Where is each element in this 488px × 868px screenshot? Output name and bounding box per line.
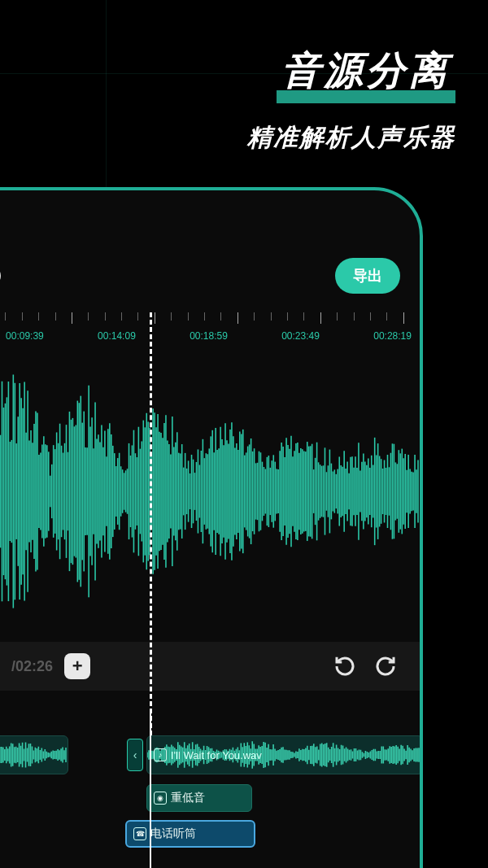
hero-subtitle: 精准解析人声乐器 (247, 121, 455, 155)
ruler-labels: 00:04:69 00:09:39 00:14:09 00:18:59 00:2… (0, 330, 420, 342)
export-button[interactable]: 导出 (335, 258, 400, 294)
playhead[interactable] (150, 312, 152, 735)
device-frame: 导出 00:04:69 00:09:39 00:14:09 00:18:59 0… (0, 187, 423, 868)
undo-button[interactable] (330, 652, 359, 681)
time-label: 00:18:59 (190, 330, 228, 342)
tracks-panel: ‹ ♪I'll Wait.wav ♪I'll Wait for You.wav … (0, 711, 420, 868)
ruler-ticks (0, 312, 420, 324)
phone-icon: ☎ (133, 827, 146, 840)
effect-clip-telephone[interactable]: ☎电话听筒 (125, 820, 255, 848)
speaker-icon: ◉ (154, 792, 167, 805)
effect-clip-bass[interactable]: ◉重低音 (146, 784, 252, 812)
time-label: 00:23:49 (281, 330, 320, 342)
hero-title: 音源分离 (277, 45, 455, 100)
zoom-in-button[interactable]: + (64, 653, 90, 679)
clip-label: ◉重低音 (154, 791, 205, 805)
music-file-icon: ♪ (154, 748, 167, 761)
audio-clip-right[interactable]: ♪I'll Wait for You.wav (146, 735, 423, 774)
time-label: 00:09:39 (6, 330, 44, 342)
tracks-playhead[interactable] (150, 711, 151, 868)
time-label: 00:28:19 (373, 330, 412, 342)
clip-label: ☎电话听筒 (133, 827, 196, 841)
clip-trim-handle[interactable]: ‹ (127, 739, 143, 771)
timeline-ruler[interactable]: 00:04:69 00:09:39 00:14:09 00:18:59 00:2… (0, 312, 420, 353)
clip-label: ♪I'll Wait for You.wav (154, 748, 262, 761)
time-label: 00:14:09 (98, 330, 136, 342)
hero: 音源分离 精准解析人声乐器 (247, 45, 455, 155)
toolbar-left (0, 262, 3, 290)
main-waveform[interactable] (0, 353, 420, 630)
time-total: /02:26 (11, 658, 53, 675)
audio-clip-left[interactable]: ♪I'll Wait.wav (0, 735, 68, 774)
toolbar: 导出 (0, 255, 420, 296)
help-icon[interactable] (0, 262, 3, 290)
redo-button[interactable] (371, 652, 400, 681)
transport-bar: − 00:02/02:26 + (0, 642, 420, 691)
